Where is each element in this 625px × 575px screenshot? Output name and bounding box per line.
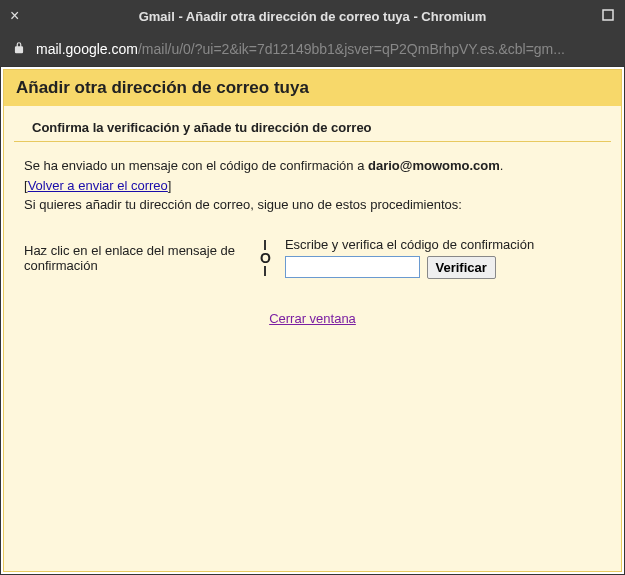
page-title: Añadir otra dirección de correo tuya — [4, 70, 621, 106]
msg-prefix: Se ha enviado un mensaje con el código d… — [24, 158, 368, 173]
verify-button[interactable]: Verificar — [427, 256, 496, 279]
url-host: mail.google.com — [36, 41, 138, 57]
content: Añadir otra dirección de correo tuya Con… — [3, 69, 622, 572]
resend-link[interactable]: Volver a enviar el correo — [28, 178, 168, 193]
close-icon[interactable]: × — [10, 7, 30, 25]
verify-options-row: Haz clic en el enlace del mensaje de con… — [4, 215, 621, 289]
close-row: Cerrar ventana — [4, 289, 621, 326]
page-subhead: Confirma la verificación y añade tu dire… — [14, 106, 611, 142]
code-input[interactable] — [285, 256, 420, 278]
maximize-icon[interactable] — [595, 8, 615, 25]
option-click-link: Haz clic en el enlace del mensaje de con… — [24, 243, 254, 273]
url-path: /mail/u/0/?ui=2&ik=7d12149bb1&jsver=qP2Q… — [138, 41, 565, 57]
code-label: Escribe y verifica el código de confirma… — [285, 237, 601, 252]
window-titlebar: × Gmail - Añadir otra dirección de corre… — [0, 0, 625, 32]
option-divider: O — [254, 239, 277, 277]
window-title: Gmail - Añadir otra dirección de correo … — [30, 9, 595, 24]
option-enter-code: Escribe y verifica el código de confirma… — [277, 237, 601, 279]
content-wrapper: Añadir otra dirección de correo tuya Con… — [0, 66, 625, 575]
confirmation-email: dario@mowomo.com — [368, 158, 500, 173]
confirmation-message: Se ha enviado un mensaje con el código d… — [4, 142, 621, 215]
close-window-link[interactable]: Cerrar ventana — [269, 311, 356, 326]
divider-label: O — [260, 251, 271, 265]
address-bar[interactable]: mail.google.com/mail/u/0/?ui=2&ik=7d1214… — [0, 32, 625, 66]
msg-suffix: . — [500, 158, 504, 173]
lock-icon — [12, 41, 26, 58]
instructions-text: Si quieres añadir tu dirección de correo… — [24, 197, 462, 212]
